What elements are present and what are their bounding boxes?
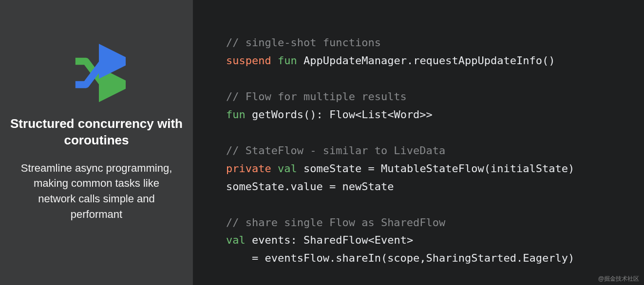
code-comment: // single-shot functions [226, 36, 381, 49]
left-panel: Structured concurrency with coroutines S… [0, 0, 193, 285]
code-text: = eventsFlow.shareIn(scope,SharingStarte… [226, 252, 574, 264]
code-text: AppUpdateManager.requestAppUpdateInfo() [297, 54, 555, 67]
code-block: // single-shot functions suspend fun App… [193, 0, 644, 285]
code-keyword: val [278, 162, 297, 175]
watermark: @掘金技术社区 [598, 275, 639, 283]
code-keyword: fun [226, 108, 246, 121]
code-keyword: suspend [226, 54, 271, 67]
code-keyword: private [226, 162, 271, 175]
code-text: events: SharedFlow<Event> [246, 234, 413, 246]
code-keyword: fun [278, 54, 297, 67]
code-text: getWords(): Flow<List<Word>> [246, 108, 433, 121]
code-keyword: val [226, 234, 246, 246]
slide-title: Structured concurrency with coroutines [0, 116, 193, 149]
code-comment: // share single Flow as SharedFlow [226, 216, 445, 229]
slide-description: Streamline async programming, making com… [0, 160, 193, 223]
code-comment: // StateFlow - similar to LiveData [226, 144, 445, 157]
code-comment: // Flow for multiple results [226, 90, 407, 103]
code-text: someState.value = newState [226, 180, 394, 193]
code-text: someState = MutableStateFlow(initialStat… [297, 162, 575, 175]
shuffle-icon [67, 44, 126, 102]
